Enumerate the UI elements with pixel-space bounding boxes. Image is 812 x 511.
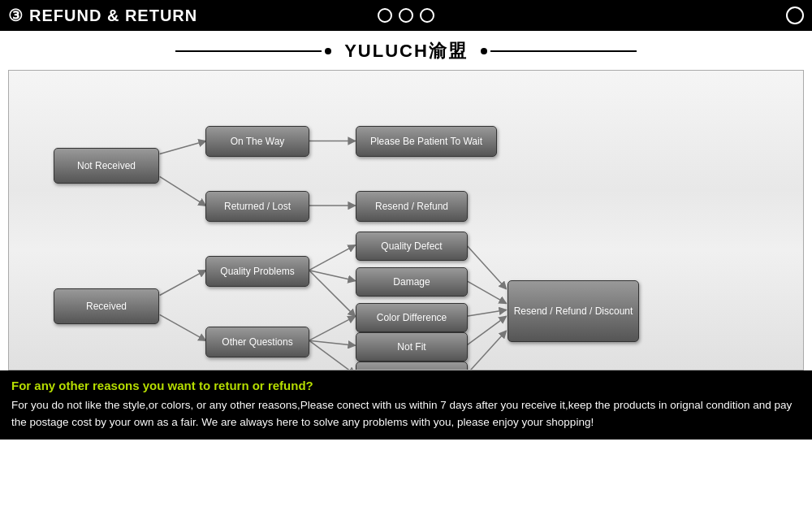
box-otherQ: Other Questions: [205, 327, 309, 357]
section-number: ③: [8, 6, 23, 25]
box-notFit: Not Fit: [356, 332, 468, 362]
svg-line-11: [309, 340, 356, 370]
diagram-container: Not ReceivedOn The WayReturned / LostPle…: [8, 70, 804, 370]
header: ③ REFUND & RETURN: [0, 0, 812, 31]
brand-bar: YULUCH渝盟: [0, 31, 812, 70]
svg-line-12: [467, 245, 507, 289]
header-left: ③ REFUND & RETURN: [8, 6, 197, 25]
box-received: Received: [54, 288, 159, 324]
svg-line-16: [467, 331, 507, 370]
svg-line-1: [160, 176, 206, 206]
circle-icon-2: [399, 8, 413, 23]
svg-line-15: [467, 316, 507, 345]
svg-line-5: [160, 314, 206, 340]
circle-icon-1: [378, 8, 392, 23]
info-section: For any other reasons you want to return…: [0, 370, 812, 440]
box-returnedLost: Returned / Lost: [205, 191, 309, 222]
info-question: For any other reasons you want to return…: [11, 379, 801, 392]
svg-line-0: [160, 141, 206, 154]
svg-line-13: [467, 281, 507, 304]
box-notReceived: Not Received: [54, 148, 159, 184]
header-title: REFUND & RETURN: [29, 6, 197, 25]
brand-dot-left: [325, 48, 331, 54]
box-resendDisc: Resend / Refund / Discount: [508, 280, 639, 342]
header-icons: [378, 8, 434, 23]
box-wrongDel: Wrong Delivery: [356, 362, 468, 370]
box-patientWait: Please Be Patient To Wait: [356, 126, 497, 157]
header-right-circle: [786, 6, 804, 24]
svg-line-14: [467, 310, 507, 316]
brand-line-left: [175, 50, 322, 52]
brand-dot-right: [481, 48, 487, 54]
svg-line-7: [309, 271, 356, 281]
svg-line-4: [160, 271, 206, 296]
brand-line-right: [490, 50, 637, 52]
box-qualityDefect: Quality Defect: [356, 232, 468, 261]
circle-icon-3: [420, 8, 434, 23]
info-text: For you do not like the style,or colors,…: [11, 397, 801, 431]
box-qualityProb: Quality Problems: [205, 256, 309, 287]
svg-line-9: [309, 316, 356, 340]
box-resendRefund: Resend / Refund: [356, 191, 468, 222]
svg-line-10: [309, 340, 356, 345]
svg-line-8: [309, 271, 356, 317]
brand-name: YULUCH渝盟: [335, 39, 477, 63]
box-onTheWay: On The Way: [205, 126, 309, 157]
box-colorDiff: Color Difference: [356, 303, 468, 332]
svg-line-6: [309, 245, 356, 271]
box-damage: Damage: [356, 267, 468, 297]
